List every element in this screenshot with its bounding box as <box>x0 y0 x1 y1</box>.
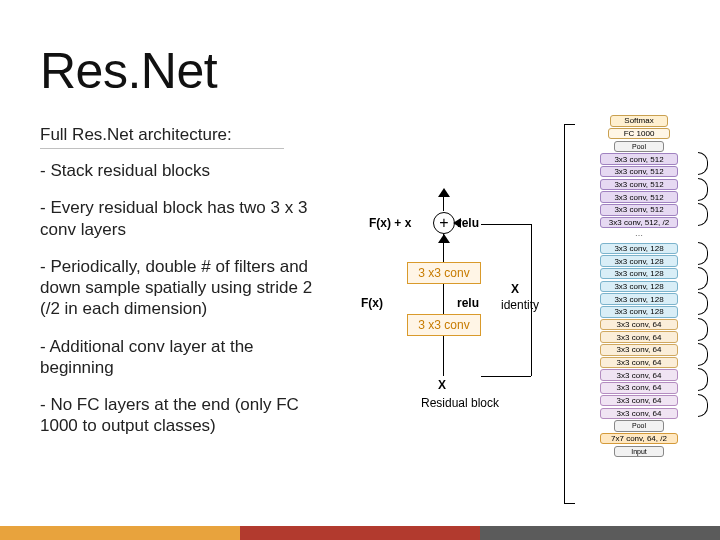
arch-layer: 3x3 conv, 64 <box>600 357 678 369</box>
skip-connection-icon <box>698 292 708 315</box>
label-relu: relu <box>457 296 479 310</box>
skip-connection-icon <box>698 343 708 366</box>
arch-layer: 3x3 conv, 512 <box>600 204 678 216</box>
bullet-item: - Periodically, double # of filters and … <box>40 256 320 320</box>
arch-layer: 3x3 conv, 64 <box>600 408 678 420</box>
skip-connection-icon <box>698 318 708 341</box>
ellipsis-icon: ⋯ <box>584 229 694 241</box>
skip-connection-icon <box>698 152 708 175</box>
arch-layer: 3x3 conv, 128 <box>600 306 678 318</box>
arch-pool: Pool <box>614 141 664 153</box>
connector <box>443 336 444 376</box>
arch-layer: 3x3 conv, 128 <box>600 281 678 293</box>
skip-connection-icon <box>698 267 708 290</box>
skip-connection-icon <box>698 394 708 417</box>
arch-layer: 3x3 conv, 128 <box>600 243 678 255</box>
conv-box: 3 x3 conv <box>407 262 481 284</box>
label-fx-plus-x: F(x) + x <box>369 216 411 230</box>
label-x: X <box>438 378 446 392</box>
arch-layer: 3x3 conv, 512 <box>600 179 678 191</box>
arrow-up-icon <box>438 234 450 243</box>
arch-layer: 3x3 conv, 64 <box>600 319 678 331</box>
footer-accent-bar <box>0 526 720 540</box>
skip-connection-icon <box>698 178 708 201</box>
divider <box>40 148 284 149</box>
arch-fc1000: FC 1000 <box>608 128 670 140</box>
arch-layer: 3x3 conv, 64 <box>600 344 678 356</box>
bullet-item: - Additional conv layer at the beginning <box>40 336 320 379</box>
arrow-up-icon <box>438 188 450 197</box>
arch-pool: Pool <box>614 420 664 432</box>
label-x: X <box>511 282 519 296</box>
arch-layer: 3x3 conv, 64 <box>600 395 678 407</box>
skip-connection-icon <box>698 203 708 226</box>
arch-layer: 3x3 conv, 512 <box>600 153 678 165</box>
connector <box>443 284 444 314</box>
bullet-item: - No FC layers at the end (only FC 1000 … <box>40 394 320 437</box>
arch-layer: 3x3 conv, 512, /2 <box>600 217 678 229</box>
bullet-list: - Stack residual blocks - Every residual… <box>40 160 320 453</box>
skip-connection-icon <box>698 242 708 265</box>
bracket-icon <box>564 124 574 504</box>
label-fx: F(x) <box>361 296 383 310</box>
connector <box>481 376 531 377</box>
arch-layer: 3x3 conv, 64 <box>600 331 678 343</box>
bullet-item: - Stack residual blocks <box>40 160 320 181</box>
subtitle: Full Res.Net architecture: <box>40 125 232 145</box>
arch-layer: 3x3 conv, 128 <box>600 255 678 267</box>
label-identity: identity <box>501 298 539 312</box>
arch-layer: 3x3 conv, 512 <box>600 166 678 178</box>
arch-layer: 3x3 conv, 64 <box>600 369 678 381</box>
conv-box: 3 x3 conv <box>407 314 481 336</box>
add-node-icon: + <box>433 212 455 234</box>
arch-softmax: Softmax <box>610 115 668 127</box>
bullet-item: - Every residual block has two 3 x 3 con… <box>40 197 320 240</box>
arch-conv1: 7x7 conv, 64, /2 <box>600 433 678 445</box>
arch-layer: 3x3 conv, 64 <box>600 382 678 394</box>
arrow-left-icon <box>453 218 461 228</box>
architecture-stack: Softmax FC 1000 Pool 3x3 conv, 512 3x3 c… <box>584 114 694 458</box>
residual-block-diagram: F(x) + x + relu 3 x3 conv F(x) relu 3 x3… <box>325 190 555 450</box>
page-title: Res.Net <box>40 42 217 100</box>
skip-connection-icon <box>698 368 708 391</box>
arch-layer: 3x3 conv, 128 <box>600 293 678 305</box>
connector <box>481 224 531 225</box>
arch-layer: 3x3 conv, 512 <box>600 191 678 203</box>
arch-input: Input <box>614 446 664 458</box>
arch-layer: 3x3 conv, 128 <box>600 268 678 280</box>
connector <box>443 197 444 211</box>
diagram-caption: Residual block <box>421 396 499 410</box>
